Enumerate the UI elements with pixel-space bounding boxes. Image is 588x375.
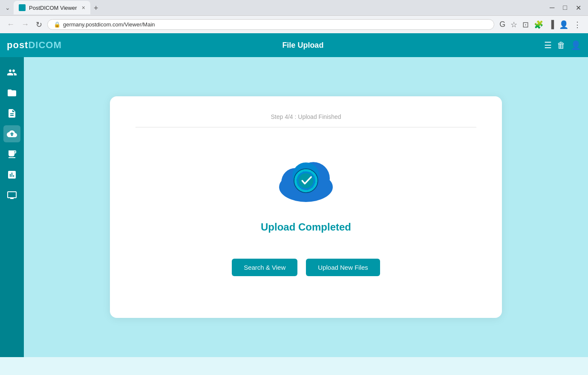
sidebar-toggle-icon[interactable]: ▐ [547, 18, 556, 31]
back-button[interactable]: ← [5, 19, 16, 30]
bookmark-icon[interactable]: ☆ [509, 18, 519, 31]
content-area: Step 4/4 : Upload Finished [24, 57, 588, 357]
profile-icon[interactable]: 👤 [557, 18, 570, 31]
translate-icon[interactable]: G [498, 18, 507, 31]
forward-button[interactable]: → [20, 19, 31, 30]
refresh-button[interactable]: ↻ [34, 19, 44, 30]
app-logo: postDICOM [7, 40, 62, 51]
app-header: postDICOM File Upload ☰ 🗑 👤 [0, 33, 588, 57]
trash-icon[interactable]: 🗑 [557, 40, 565, 50]
maximize-button[interactable]: □ [559, 3, 571, 13]
user-account-icon[interactable]: 👤 [571, 40, 581, 50]
divider [135, 127, 476, 127]
svg-point-6 [299, 173, 314, 188]
step-indicator: Step 4/4 : Upload Finished [271, 113, 341, 120]
upload-queue-icon[interactable]: ☰ [544, 40, 552, 50]
close-window-button[interactable]: ✕ [572, 3, 585, 13]
address-text: germany.postdicom.com/Viewer/Main [63, 21, 488, 28]
fullscreen-icon[interactable]: ⊡ [521, 18, 530, 31]
upload-new-files-button[interactable]: Upload New Files [306, 259, 380, 276]
sidebar [0, 57, 24, 357]
lock-icon: 🔒 [54, 21, 61, 28]
upload-completed-label: Upload Completed [261, 221, 351, 233]
page-title: File Upload [62, 41, 544, 50]
menu-icon[interactable]: ⋮ [572, 18, 583, 31]
sidebar-item-search[interactable] [3, 146, 20, 163]
sidebar-item-folder[interactable] [3, 84, 20, 101]
sidebar-item-users[interactable] [3, 64, 20, 81]
sidebar-item-documents[interactable] [3, 105, 20, 122]
new-tab-button[interactable]: + [90, 2, 102, 14]
sidebar-item-analytics[interactable] [3, 166, 20, 183]
minimize-button[interactable]: ─ [546, 3, 558, 13]
active-tab[interactable]: PostDICOM Viewer × [14, 1, 90, 14]
tab-title: PostDICOM Viewer [29, 5, 77, 11]
browser-tab-bar: PostDICOM Viewer × + [14, 1, 545, 14]
tab-list-button[interactable]: ⌄ [3, 3, 12, 12]
close-tab-icon[interactable]: × [82, 4, 85, 11]
search-view-button[interactable]: Search & View [232, 259, 297, 276]
action-buttons: Search & View Upload New Files [232, 259, 380, 276]
sidebar-item-display[interactable] [3, 187, 20, 204]
sidebar-item-upload[interactable] [3, 125, 20, 142]
upload-card: Step 4/4 : Upload Finished [110, 96, 502, 318]
extensions-icon[interactable]: 🧩 [532, 18, 545, 31]
upload-success-icon [268, 148, 344, 208]
